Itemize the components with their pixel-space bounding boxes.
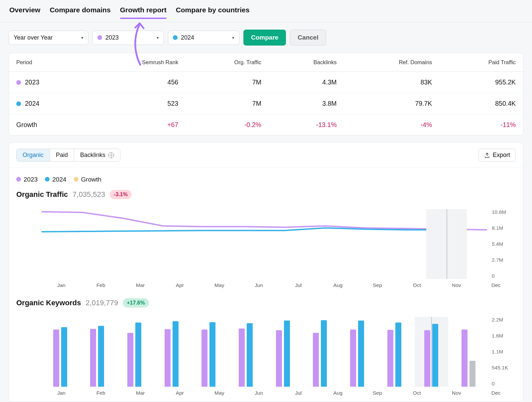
month-label: Mar xyxy=(121,282,160,288)
bar-2023 xyxy=(201,330,207,387)
dot-icon xyxy=(97,35,102,40)
dot-icon xyxy=(16,80,21,85)
table-cell: 456 xyxy=(84,72,186,93)
tab-compare-domains[interactable]: Compare domains xyxy=(50,6,110,19)
legend-item: 2023 xyxy=(16,176,38,183)
upload-icon xyxy=(484,152,490,158)
month-label: Jul xyxy=(279,282,318,288)
table-cell: -11% xyxy=(439,114,523,136)
tab-compare-countries[interactable]: Compare by countries xyxy=(176,6,250,19)
bar-col xyxy=(79,317,116,387)
view-mode-label: Year over Year xyxy=(14,34,53,41)
organic-traffic-section: Organic Traffic 7,035,523 -3.1% 10.8M8.1… xyxy=(9,185,523,294)
bar-2024 xyxy=(61,327,67,387)
view-mode-select[interactable]: Year over Year ▾ xyxy=(9,31,88,45)
chevron-down-icon: ▾ xyxy=(232,35,234,40)
table-cell: 955.2K xyxy=(439,72,523,93)
bar-2023 xyxy=(239,329,245,387)
table-row: 20245237M3.8M79.7K850.4K xyxy=(9,93,523,114)
year-a-select[interactable]: 2023 ▾ xyxy=(92,31,164,45)
comparison-table: PeriodSemrush RankOrg. TrafficBacklinksR… xyxy=(9,53,523,136)
tab-growth-report[interactable]: Growth report xyxy=(120,6,167,19)
traffic-yaxis: 10.8M8.1M5.4M2.7M0 xyxy=(487,209,516,279)
bar-2023 xyxy=(276,330,282,387)
dot-icon xyxy=(16,101,21,106)
compare-button[interactable]: Compare xyxy=(243,30,286,46)
chevron-down-icon: ▾ xyxy=(157,35,159,40)
month-label: Aug xyxy=(318,282,358,288)
row-label: 2023 xyxy=(25,78,39,86)
keywords-bar-chart xyxy=(16,317,487,387)
month-label: Jun xyxy=(239,282,279,288)
tab-overview[interactable]: Overview xyxy=(9,6,40,19)
growth-badge: -3.1% xyxy=(110,190,132,199)
segment-paid[interactable]: Paid xyxy=(50,149,74,161)
table-row: 20234567M4.3M83K955.2K xyxy=(9,72,523,93)
cancel-button[interactable]: Cancel xyxy=(290,30,326,46)
bar-col xyxy=(302,317,339,387)
top-tabs: Overview Compare domains Growth report C… xyxy=(0,0,532,22)
segment-backlinks[interactable]: Backlinks xyxy=(74,149,120,161)
ytick: 0 xyxy=(492,273,516,279)
dot-icon xyxy=(45,177,50,182)
table-cell: 7M xyxy=(186,72,269,93)
table-cell: 523 xyxy=(84,93,186,114)
chart-legend: 20232024Growth xyxy=(9,168,523,185)
bar-2024 xyxy=(321,320,327,387)
bar-col xyxy=(42,317,79,387)
segment-organic[interactable]: Organic xyxy=(17,149,50,161)
month-label: Aug xyxy=(318,390,358,396)
year-b-label: 2024 xyxy=(181,34,194,41)
chart-type-segments: Organic Paid Backlinks xyxy=(16,149,120,162)
export-button[interactable]: Export xyxy=(478,149,516,162)
row-label: Growth xyxy=(9,114,84,136)
chart-title: Organic Traffic xyxy=(16,190,68,199)
month-label: Jun xyxy=(239,390,279,396)
bar-2023 xyxy=(90,329,96,387)
table-header: Period xyxy=(9,53,84,72)
table-cell: 83K xyxy=(344,72,439,93)
table-header: Ref. Domains xyxy=(344,53,439,72)
month-label: Apr xyxy=(160,282,200,288)
keywords-xaxis: JanFebMarAprMayJunJulAugSepOctNovDec xyxy=(16,387,516,399)
month-label: May xyxy=(200,282,239,288)
month-label: Sep xyxy=(358,390,397,396)
month-label: May xyxy=(200,390,239,396)
month-label: Jul xyxy=(279,390,318,396)
export-label: Export xyxy=(493,152,510,159)
bar-col xyxy=(227,317,264,387)
table-cell: 4.3M xyxy=(269,72,344,93)
bar-2023 xyxy=(462,330,467,387)
month-label: Feb xyxy=(81,390,121,396)
toolbar: Year over Year ▾ 2023 ▾ 2024 ▾ Compare C… xyxy=(0,22,532,53)
bar-col xyxy=(190,317,227,387)
bar-col xyxy=(116,317,153,387)
table-cell: -0.2% xyxy=(186,114,269,136)
table-cell: 7M xyxy=(186,93,269,114)
month-label: Nov xyxy=(437,390,476,396)
bar-2024 xyxy=(469,361,475,387)
chart-value: 2,019,779 xyxy=(85,299,118,307)
bar-2023 xyxy=(127,333,133,387)
bar-2024 xyxy=(98,326,104,387)
bar-col xyxy=(338,317,376,387)
bar-col xyxy=(450,317,487,387)
bar-2024 xyxy=(432,324,438,387)
legend-item: Growth xyxy=(74,176,101,183)
bar-2024 xyxy=(173,321,179,387)
keywords-yaxis: 2.2M1.6M1.1M545.1K0 xyxy=(487,317,516,387)
table-cell: -13.1% xyxy=(269,114,344,136)
month-label: Oct xyxy=(397,282,437,288)
month-label: Sep xyxy=(358,282,397,288)
month-label: Jan xyxy=(42,282,81,288)
month-label: Nov xyxy=(437,282,476,288)
year-b-select[interactable]: 2024 ▾ xyxy=(168,31,239,45)
bar-2024 xyxy=(358,321,364,387)
dot-icon xyxy=(74,177,78,182)
bar-2023 xyxy=(313,333,319,387)
row-label: 2024 xyxy=(25,100,39,107)
table-cell: 3.8M xyxy=(269,93,344,114)
table-cell: 79.7K xyxy=(344,93,439,114)
ytick: 2.7M xyxy=(492,257,516,263)
ytick: 1.6M xyxy=(492,333,516,339)
